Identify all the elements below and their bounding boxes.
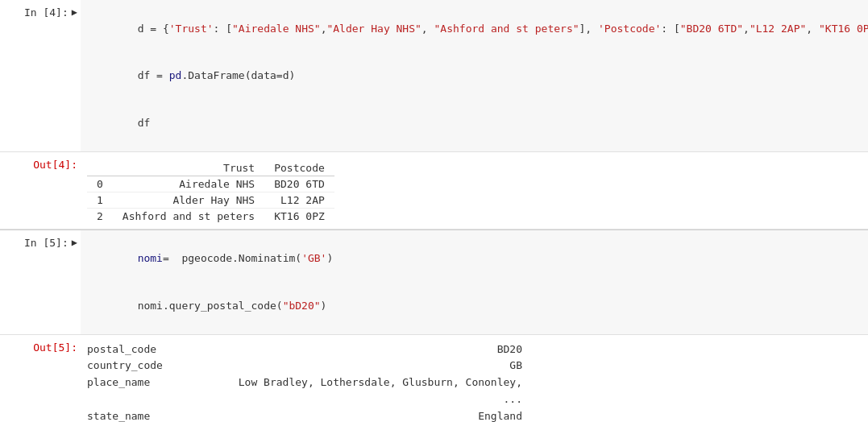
series-key: country_code: [87, 358, 232, 374]
cell-4-output: Out[4]: Trust Postcode 0 Airedale NHS BD…: [0, 152, 868, 230]
series-row: country_code GB: [87, 358, 522, 374]
cell-5-out-label: Out[5]:: [33, 341, 77, 354]
table-cell-index: 1: [87, 192, 113, 208]
cell-5-out-gutter: Out[5]:: [0, 335, 81, 423]
series-key: postal_code: [87, 341, 232, 358]
table-cell-postcode: L12 2AP: [264, 192, 334, 208]
cell-4-code[interactable]: d = {'Trust': ["Airedale NHS","Alder Hay…: [81, 0, 868, 151]
cell-4-in-label: In [4]:: [24, 6, 69, 19]
cell-4-input: In [4]: ▶ d = {'Trust': ["Airedale NHS",…: [0, 0, 868, 152]
cell-4-output-area: Trust Postcode 0 Airedale NHS BD20 6TD 1…: [81, 152, 868, 229]
table-row: 1 Alder Hay NHS L12 2AP: [87, 192, 334, 208]
table-header-index: [87, 160, 113, 176]
series-row: postal_code BD20: [87, 341, 522, 358]
series-val: GB: [232, 358, 522, 374]
series-val: BD20: [232, 341, 522, 358]
cell-5-output: Out[5]: postal_code BD20 country_code GB…: [0, 335, 868, 423]
cell-4-out-label: Out[4]:: [33, 159, 77, 171]
table-header-row: Trust Postcode: [87, 160, 334, 176]
series-key: place_name: [87, 374, 232, 408]
code-line: nomi.query_postal_code("bD20"): [87, 282, 862, 329]
cell-4-out-gutter: Out[4]:: [0, 152, 81, 229]
series-output: postal_code BD20 country_code GB place_n…: [87, 341, 862, 423]
cell-5-output-area: postal_code BD20 country_code GB place_n…: [81, 335, 868, 423]
table-cell-trust: Ashford and st peters: [113, 208, 264, 224]
cell-5-input: In [5]: ▶ nomi= pgeocode.Nominatim('GB')…: [0, 230, 868, 335]
cell-5-gutter: In [5]: ▶: [0, 230, 81, 334]
code-line: df = pd.DataFrame(data=d): [87, 52, 868, 100]
code-line: nomi= pgeocode.Nominatim('GB'): [87, 235, 862, 283]
table-header-trust: Trust: [113, 160, 264, 176]
notebook: In [4]: ▶ d = {'Trust': ["Airedale NHS",…: [0, 0, 868, 422]
cell-5-run-button[interactable]: ▶: [72, 237, 77, 248]
table-cell-trust: Airedale NHS: [113, 176, 264, 192]
code-line: d = {'Trust': ["Airedale NHS","Alder Hay…: [87, 5, 868, 52]
table-header-postcode: Postcode: [264, 160, 334, 176]
series-val: England: [232, 408, 522, 422]
table-cell-index: 2: [87, 208, 113, 224]
cell-4-gutter: In [4]: ▶: [0, 0, 81, 151]
series-row: place_name Low Bradley, Lothersdale, Glu…: [87, 374, 522, 408]
cell-5-code[interactable]: nomi= pgeocode.Nominatim('GB') nomi.quer…: [81, 230, 868, 334]
table-row: 0 Airedale NHS BD20 6TD: [87, 176, 334, 192]
table-cell-trust: Alder Hay NHS: [113, 192, 264, 208]
code-line: df: [87, 99, 868, 147]
table-cell-postcode: BD20 6TD: [264, 176, 334, 192]
cell-5-in-label: In [5]:: [24, 237, 69, 249]
table-cell-postcode: KT16 0PZ: [264, 208, 334, 224]
series-key: state_name: [87, 408, 232, 422]
series-row: state_name England: [87, 408, 522, 422]
cell-4-run-button[interactable]: ▶: [72, 6, 77, 18]
table-cell-index: 0: [87, 176, 113, 192]
series-val: Low Bradley, Lothersdale, Glusburn, Cono…: [232, 374, 522, 408]
dataframe-table: Trust Postcode 0 Airedale NHS BD20 6TD 1…: [87, 160, 334, 224]
table-row: 2 Ashford and st peters KT16 0PZ: [87, 208, 334, 224]
